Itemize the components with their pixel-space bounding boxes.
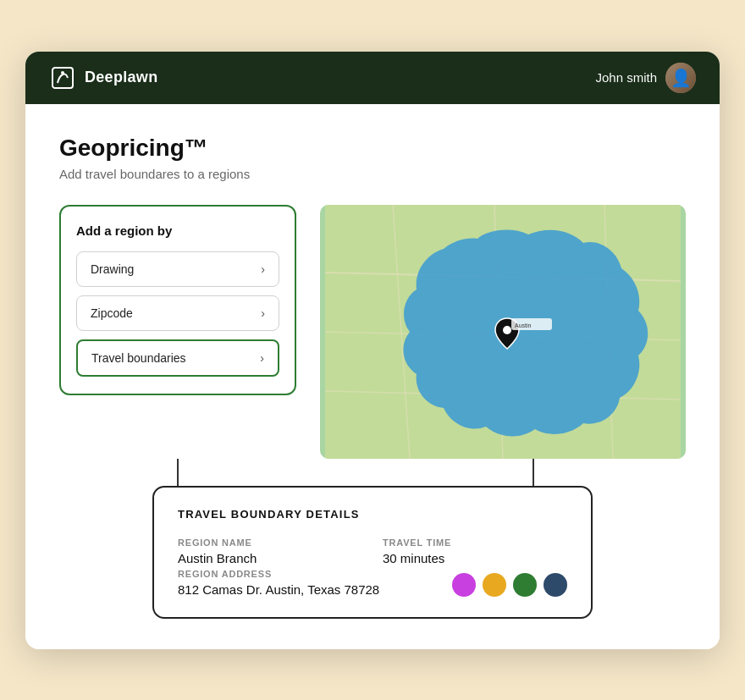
navbar: Deeplawn John smith xyxy=(25,52,720,104)
region-name-label: REGION NAME xyxy=(178,537,362,548)
drawing-label: Drawing xyxy=(91,262,134,276)
color-dot-green[interactable] xyxy=(513,573,537,597)
bottom-row: REGION ADDRESS 812 Camas Dr. Austin, Tex… xyxy=(178,569,567,597)
details-card-title: TRAVEL BOUNDARY DETAILS xyxy=(178,508,567,521)
color-dot-purple[interactable] xyxy=(452,573,476,597)
address-block: REGION ADDRESS 812 Camas Dr. Austin, Tex… xyxy=(178,569,379,597)
app-window: Deeplawn John smith Geopricing™ Add trav… xyxy=(25,52,720,649)
region-address-label: REGION ADDRESS xyxy=(178,569,379,579)
region-card: Add a region by Drawing › Zipcode › Trav… xyxy=(59,205,296,395)
zipcode-option[interactable]: Zipcode › xyxy=(76,295,279,331)
svg-point-10 xyxy=(503,326,511,334)
page-subtitle: Add travel boundares to a regions xyxy=(59,167,686,181)
app-title: Deeplawn xyxy=(85,69,157,86)
details-section: TRAVEL BOUNDARY DETAILS REGION NAME Aust… xyxy=(59,486,686,619)
travel-time-value: 30 minutes xyxy=(383,551,567,565)
svg-point-1 xyxy=(61,71,64,74)
avatar xyxy=(665,63,696,93)
chevron-right-icon: › xyxy=(261,306,265,320)
username: John smith xyxy=(595,70,657,85)
page-header: Geopricing™ Add travel boundares to a re… xyxy=(59,135,686,181)
details-grid: REGION NAME Austin Branch TRAVEL TIME 30… xyxy=(178,537,567,565)
travel-time-field: TRAVEL TIME 30 minutes xyxy=(383,537,567,565)
map-area: Austin xyxy=(320,205,686,459)
region-name-value: Austin Branch xyxy=(178,551,362,565)
color-dot-yellow[interactable] xyxy=(483,573,506,597)
left-panel: Add a region by Drawing › Zipcode › Trav… xyxy=(59,205,296,395)
content-area: Add a region by Drawing › Zipcode › Trav… xyxy=(59,205,686,459)
svg-text:Austin: Austin xyxy=(515,322,532,328)
region-address-value: 812 Camas Dr. Austin, Texas 78728 xyxy=(178,582,379,597)
details-card: TRAVEL BOUNDARY DETAILS REGION NAME Aust… xyxy=(152,486,593,619)
travel-time-label: TRAVEL TIME xyxy=(383,537,567,548)
avatar-image xyxy=(665,63,696,93)
brand: Deeplawn xyxy=(49,64,157,91)
chevron-right-icon: › xyxy=(261,262,265,276)
main-content: Geopricing™ Add travel boundares to a re… xyxy=(25,104,720,649)
travel-boundaries-option[interactable]: Travel boundaries › xyxy=(76,339,279,377)
map-svg: Austin xyxy=(320,205,686,459)
page-title: Geopricing™ xyxy=(59,135,686,162)
user-menu[interactable]: John smith xyxy=(595,63,696,93)
region-card-title: Add a region by xyxy=(76,223,279,238)
svg-rect-0 xyxy=(52,68,73,88)
chevron-right-icon: › xyxy=(260,351,264,365)
drawing-option[interactable]: Drawing › xyxy=(76,251,279,287)
color-swatches xyxy=(452,573,567,597)
region-name-field: REGION NAME Austin Branch xyxy=(178,537,362,565)
zipcode-label: Zipcode xyxy=(91,306,133,320)
color-dot-navy[interactable] xyxy=(544,573,567,597)
logo-icon xyxy=(49,64,76,91)
travel-label: Travel boundaries xyxy=(91,351,186,365)
